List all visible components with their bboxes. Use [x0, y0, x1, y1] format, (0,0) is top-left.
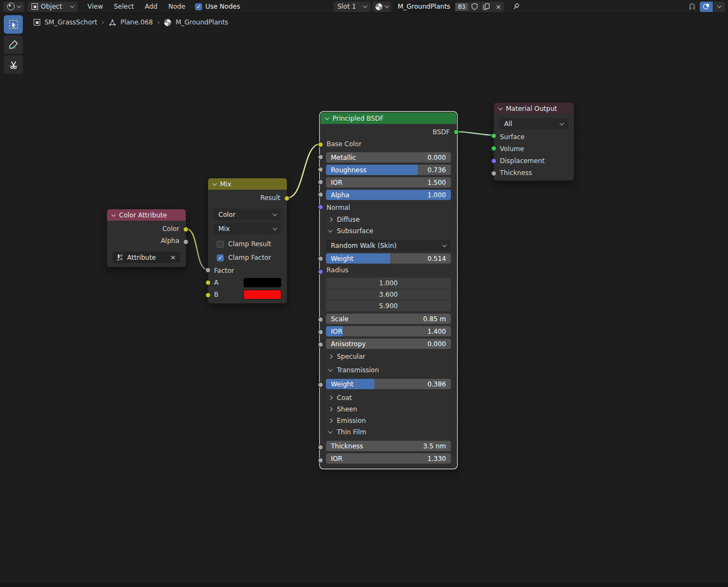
clear-attribute-button[interactable]: × [170, 254, 176, 261]
node-header[interactable]: Material Output [494, 103, 574, 114]
anisotropy-slider[interactable]: Anisotropy0.000 [326, 339, 451, 349]
overlays-toggle[interactable] [700, 2, 713, 12]
breadcrumb-object[interactable]: SM_GrassSchort [45, 18, 97, 26]
shield-icon [471, 3, 478, 10]
clamp-result-checkbox[interactable] [217, 241, 224, 248]
radius-y-field[interactable]: 3.600 [326, 289, 451, 300]
use-nodes-checkbox[interactable]: ✓ [195, 3, 202, 10]
tool-select-box[interactable] [4, 15, 23, 34]
collapse-icon[interactable] [111, 212, 116, 216]
copy-material-button[interactable] [481, 2, 492, 12]
subsurface-ior-slider[interactable]: IOR1.400 [326, 326, 451, 336]
radius-x-field[interactable]: 1.000 [326, 278, 451, 289]
color-swatch-b[interactable] [243, 290, 281, 299]
socket-out-bsdf[interactable] [454, 129, 459, 135]
socket-in-volume[interactable] [491, 146, 497, 151]
socket-in-film-thickness[interactable] [318, 445, 323, 450]
collapse-icon[interactable] [212, 181, 217, 185]
output-target-dropdown[interactable]: All [499, 118, 568, 129]
snap-magnet-icon[interactable] [688, 2, 696, 11]
socket-in-base-color[interactable] [318, 142, 323, 147]
socket-in-ior[interactable] [318, 179, 323, 185]
socket-in-anisotropy[interactable] [318, 342, 323, 347]
use-nodes-label: Use Nodes [205, 3, 240, 10]
breadcrumb-material[interactable]: M_GroundPlants [175, 18, 228, 26]
panel-specular[interactable]: Specular [321, 351, 456, 362]
editor-type-dropdown[interactable] [3, 2, 24, 12]
scale-slider[interactable]: Scale0.85 m [326, 314, 451, 324]
film-ior-slider[interactable]: IOR1.330 [326, 453, 451, 464]
socket-in-normal[interactable] [318, 204, 323, 210]
tool-annotate[interactable] [4, 35, 23, 54]
color-swatch-a[interactable] [243, 278, 281, 288]
attribute-name-field[interactable]: Attribute × [112, 252, 180, 263]
menu-node[interactable]: Node [163, 3, 191, 10]
socket-in-factor[interactable] [205, 267, 211, 273]
tool-cut-links[interactable] [4, 55, 23, 74]
panel-subsurface[interactable]: Subsurface [321, 225, 456, 236]
socket-in-b[interactable] [205, 292, 211, 298]
ior-slider[interactable]: IOR1.500 [326, 177, 451, 188]
collapse-icon[interactable] [325, 115, 329, 120]
socket-in-metallic[interactable] [318, 154, 323, 160]
socket-in-a[interactable] [205, 280, 211, 285]
overlays-dropdown[interactable] [713, 2, 725, 12]
socket-in-roughness[interactable] [318, 167, 323, 172]
breadcrumb-mesh[interactable]: Plane.068 [121, 18, 153, 26]
pin-button[interactable] [512, 3, 520, 11]
material-name-field[interactable]: M_GroundPlants [393, 2, 455, 12]
menu-add[interactable]: Add [140, 3, 163, 10]
data-type-dropdown[interactable]: Color [214, 209, 281, 220]
panel-thin-film[interactable]: Thin Film [321, 426, 456, 438]
transmission-weight-slider[interactable]: Weight0.386 [326, 379, 451, 389]
unlink-material-button[interactable]: × [493, 2, 504, 12]
socket-in-film-ior[interactable] [318, 458, 323, 463]
panel-diffuse[interactable]: Diffuse [321, 214, 456, 225]
socket-in-thickness[interactable] [491, 171, 497, 176]
users-count-badge[interactable]: 83 [455, 3, 468, 11]
panel-sheen[interactable]: Sheen [321, 403, 456, 415]
clamp-result-row[interactable]: Clamp Result [208, 240, 287, 248]
clamp-factor-checkbox[interactable]: ✓ [217, 254, 224, 261]
roughness-slider[interactable]: Roughness0.736 [326, 165, 451, 175]
metallic-slider[interactable]: Metallic0.000 [326, 152, 451, 163]
node-header[interactable]: Color Attribute [107, 209, 186, 221]
socket-in-subsurface-ior[interactable] [318, 329, 323, 335]
material-slot-dropdown[interactable]: Slot 1 [334, 2, 371, 12]
socket-out-result[interactable] [284, 196, 290, 201]
radius-z-field[interactable]: 5.900 [326, 301, 451, 311]
node-material-output[interactable]: Material Output All Surface Volume Displ… [493, 102, 574, 181]
subsurface-method-dropdown[interactable]: Random Walk (Skin) [326, 240, 451, 251]
panel-coat[interactable]: Coat [321, 392, 456, 403]
node-mix[interactable]: Mix Result Color Mix Clamp Result ✓ Clam… [208, 178, 287, 304]
attribute-value: Attribute [127, 254, 156, 261]
socket-in-surface[interactable] [491, 133, 497, 139]
socket-in-alpha[interactable] [318, 192, 323, 197]
object-mode-dropdown[interactable]: Object [28, 2, 78, 12]
breadcrumb: SM_GrassSchort › Plane.068 › M_GroundPla… [34, 18, 228, 26]
use-nodes-toggle[interactable]: ✓ Use Nodes [195, 3, 240, 10]
socket-in-transmission-weight[interactable] [318, 382, 323, 388]
blend-mode-dropdown[interactable]: Mix [214, 223, 281, 234]
fake-user-button[interactable] [469, 2, 480, 12]
socket-in-radius[interactable] [318, 269, 323, 274]
socket-out-color[interactable] [183, 227, 189, 232]
node-color-attribute[interactable]: Color Attribute Color Alpha Attribute × [106, 209, 186, 267]
socket-out-alpha[interactable] [183, 239, 189, 245]
node-header[interactable]: Principled BSDF [321, 113, 456, 124]
clamp-factor-row[interactable]: ✓ Clamp Factor [208, 254, 287, 261]
menu-view[interactable]: View [82, 3, 108, 10]
film-thickness-slider[interactable]: Thickness3.5 nm [326, 441, 451, 451]
collapse-icon[interactable] [498, 105, 503, 110]
panel-transmission[interactable]: Transmission [321, 364, 456, 376]
socket-in-subsurface-weight[interactable] [318, 256, 323, 261]
socket-in-scale[interactable] [318, 317, 323, 322]
alpha-slider[interactable]: Alpha1.000 [326, 190, 451, 200]
browse-material-dropdown[interactable] [373, 2, 391, 12]
socket-in-displacement[interactable] [491, 158, 497, 164]
subsurface-weight-slider[interactable]: Weight0.514 [326, 253, 451, 264]
node-principled-bsdf[interactable]: Principled BSDF BSDF Base Color Metallic… [320, 112, 457, 469]
node-header[interactable]: Mix [208, 178, 287, 190]
menu-select[interactable]: Select [108, 3, 139, 10]
panel-emission[interactable]: Emission [321, 415, 456, 426]
